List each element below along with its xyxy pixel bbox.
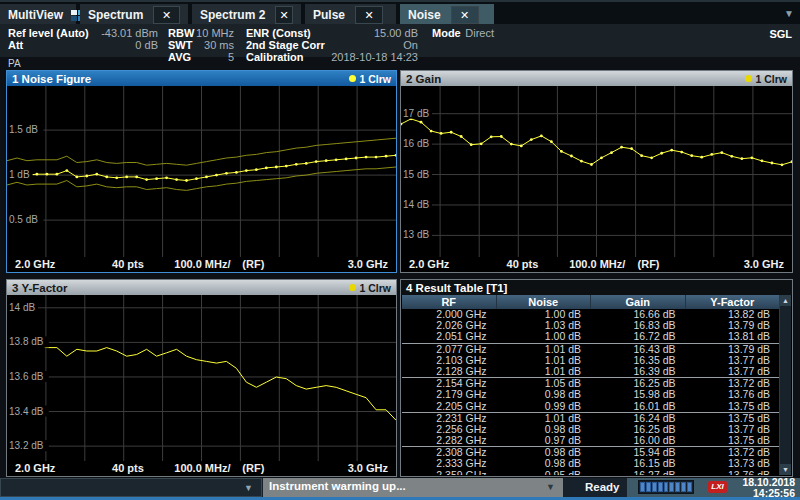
cell-gain: 15.98 dB <box>591 389 686 400</box>
tab-noise[interactable]: Noise✕ <box>400 4 496 26</box>
y-axis-label: 14 dB <box>9 302 35 313</box>
chevron-down-icon[interactable]: ▼ <box>546 482 555 492</box>
panel-gain: 2 Gain 1 Clrw 13 dB14 dB15 dB16 dB17 dB … <box>400 70 793 273</box>
ref-level-field[interactable]: Ref level (Auto) -43.01 dBm <box>8 28 158 39</box>
tab-pulse[interactable]: Pulse✕ <box>305 4 398 26</box>
noise-figure-chart-area[interactable]: 0.5 dB1 dB1.5 dB <box>7 86 396 257</box>
preamp-indicator: PA <box>8 58 21 69</box>
y-factor-chart-area[interactable]: 13.2 dB13.4 dB13.6 dB13.8 dB14 dB <box>7 295 396 461</box>
cell-gain: 16.15 dB <box>591 458 686 469</box>
close-tab-icon[interactable]: ✕ <box>451 6 479 24</box>
table-row: 2.359 GHz0.95 dB16.27 dB13.76 dB <box>402 470 780 475</box>
y-axis-label: 1 dB <box>9 169 30 180</box>
tab-bar: MultiViewSpectrum✕Spectrum 2✕Pulse✕Noise… <box>0 0 800 26</box>
y-axis-label: 13.8 dB <box>9 336 44 347</box>
scroll-down-icon[interactable]: ▼ <box>780 464 791 475</box>
scroll-up-icon[interactable]: ▲ <box>780 295 791 306</box>
enr-value: 15.00 dB <box>374 28 418 39</box>
table-row: 2.051 GHz1.00 dB16.72 dB13.81 dB <box>402 331 780 343</box>
noise-figure-title: 1 Noise Figure <box>12 73 91 85</box>
points-label: 40 pts <box>507 258 539 270</box>
cell-rf: 2.051 GHz <box>402 331 497 342</box>
x-start-label: 2.0 GHz <box>15 258 55 270</box>
lxi-icon: LXI <box>708 481 727 493</box>
att-label: Att <box>8 40 23 51</box>
close-tab-icon[interactable]: ✕ <box>153 6 180 24</box>
y-axis-label: 13.2 dB <box>9 440 44 451</box>
column-header-noise: Noise <box>497 295 592 309</box>
cell-y-factor: 13.81 dB <box>686 331 781 342</box>
cell-y-factor: 13.73 dB <box>686 458 781 469</box>
swt-field[interactable]: SWT 30 ms <box>168 40 234 51</box>
cell-y-factor: 13.76 dB <box>686 470 781 475</box>
x-stop-label: 3.0 GHz <box>348 258 388 270</box>
cell-rf: 2.128 GHz <box>402 366 497 377</box>
close-tab-icon[interactable]: ✕ <box>355 6 383 24</box>
second-stage-corr-field[interactable]: 2nd Stage Corr On <box>246 40 418 51</box>
chart-svg: 0.5 dB1 dB1.5 dB <box>7 86 396 257</box>
gain-chart-area[interactable]: 13 dB14 dB15 dB16 dB17 dB <box>401 86 792 257</box>
close-tab-icon[interactable]: ✕ <box>275 6 293 24</box>
y-factor-title: 3 Y-Factor <box>12 282 67 294</box>
status-message: Instrument warming up... <box>269 480 406 492</box>
column-header-gain: Gain <box>591 295 686 309</box>
calibration-field[interactable]: Calibration 2018-10-18 14:23 <box>246 52 418 63</box>
result-table-body: 2.000 GHz1.00 dB16.66 dB13.82 dB2.026 GH… <box>402 309 780 475</box>
tab-multiview[interactable]: MultiView <box>0 4 78 26</box>
x-domain-label: (RF) <box>242 462 264 474</box>
y-factor-x-axis: 2.0 GHz 40 pts 100.0 MHz/ (RF) 3.0 GHz <box>7 461 396 476</box>
ref-level-label: Ref level (Auto) <box>8 28 89 39</box>
result-table-title-bar[interactable]: 4 Result Table [T1] <box>401 280 792 295</box>
mode-field[interactable]: Mode Direct <box>432 28 494 39</box>
cell-noise: 1.00 dB <box>497 331 592 342</box>
message-selector-dropdown[interactable]: ▼ <box>0 478 262 497</box>
cell-gain: 16.00 dB <box>591 435 686 446</box>
cell-y-factor: 13.75 dB <box>686 401 781 412</box>
gain-title: 2 Gain <box>406 73 441 85</box>
table-scrollbar[interactable]: ▲ ▼ <box>779 295 791 475</box>
status-right-section: LXI 18.10.2018 14:25:56 <box>627 478 800 497</box>
cell-noise: 0.98 dB <box>497 389 592 400</box>
cell-gain: 16.01 dB <box>591 401 686 412</box>
trace-legend: 1 Clrw <box>349 73 391 85</box>
y-axis-label: 0.5 dB <box>9 214 38 225</box>
noise-figure-x-axis: 2.0 GHz 40 pts 100.0 MHz/ (RF) 3.0 GHz <box>7 257 396 272</box>
x-start-label: 2.0 GHz <box>409 258 449 270</box>
rbw-field[interactable]: RBW 10 MHz <box>168 28 234 39</box>
noise-figure-title-bar[interactable]: 1 Noise Figure 1 Clrw <box>7 71 396 86</box>
cell-rf: 2.205 GHz <box>402 401 497 412</box>
trace1-dot-icon <box>349 75 356 82</box>
avg-field[interactable]: AVG 5 <box>168 52 234 63</box>
table-row: 2.333 GHz0.98 dB16.15 dB13.73 dB <box>402 458 780 469</box>
x-scale-label: 100.0 MHz/ <box>569 258 625 270</box>
tab-label: Noise <box>408 8 441 22</box>
progress-bar <box>638 480 694 494</box>
trace1-dot-icon <box>349 284 356 291</box>
tab-overflow-chevron-icon[interactable]: ▼ <box>784 8 794 19</box>
x-stop-label: 3.0 GHz <box>744 258 784 270</box>
enr-field[interactable]: ENR (Const) 15.00 dB <box>246 28 418 39</box>
cell-rf: 2.282 GHz <box>402 435 497 446</box>
rbw-label: RBW <box>168 28 194 39</box>
tab-spectrum[interactable]: Spectrum✕ <box>80 4 190 26</box>
cell-rf: 2.179 GHz <box>402 389 497 400</box>
status-message-bar: Instrument warming up... ▼ <box>263 478 563 497</box>
y-factor-title-bar[interactable]: 3 Y-Factor 1 Clrw <box>7 280 396 295</box>
tab-label: MultiView <box>8 8 63 22</box>
trace-legend: 1 Clrw <box>745 73 787 85</box>
y-axis-label: 14 dB <box>403 199 429 210</box>
tab-spectrum-2[interactable]: Spectrum 2✕ <box>192 4 303 26</box>
date-time[interactable]: 18.10.2018 14:25:56 <box>742 477 795 498</box>
avg-label: AVG <box>168 52 191 63</box>
gain-title-bar[interactable]: 2 Gain 1 Clrw <box>401 71 792 86</box>
x-start-label: 2.0 GHz <box>15 462 55 474</box>
y-axis-label: 13.4 dB <box>9 406 44 417</box>
trace1-mode-label: 1 Clrw <box>359 73 391 85</box>
chevron-down-icon: ▼ <box>244 483 253 493</box>
y-axis-label: 17 dB <box>403 108 429 119</box>
points-label: 40 pts <box>112 258 144 270</box>
attenuation-field[interactable]: Att 0 dB <box>8 40 158 51</box>
y-axis-label: 1.5 dB <box>9 124 38 135</box>
corr-value: On <box>403 40 418 51</box>
trace1-mode-label: 1 Clrw <box>359 282 391 294</box>
